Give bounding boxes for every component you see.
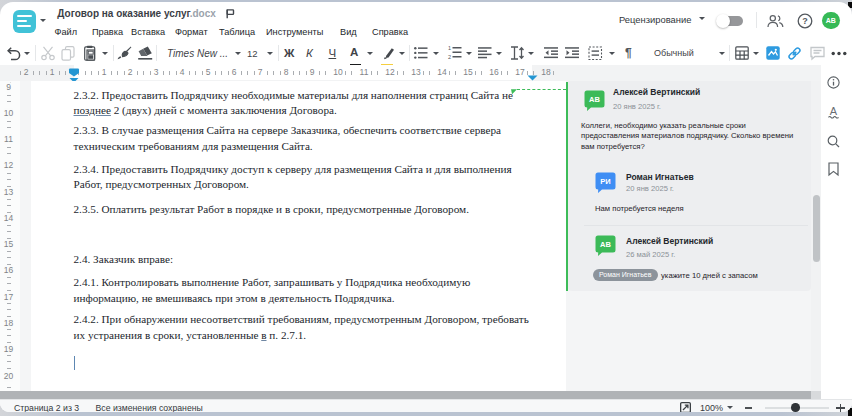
- svg-text:А: А: [830, 105, 838, 117]
- svg-text:2: 2: [448, 54, 451, 60]
- svg-text:АВ: АВ: [600, 240, 611, 249]
- svg-text:1: 1: [448, 45, 451, 51]
- svg-text:?: ?: [802, 16, 808, 26]
- svg-text:РИ: РИ: [600, 177, 610, 186]
- svg-text:АВ: АВ: [589, 95, 600, 104]
